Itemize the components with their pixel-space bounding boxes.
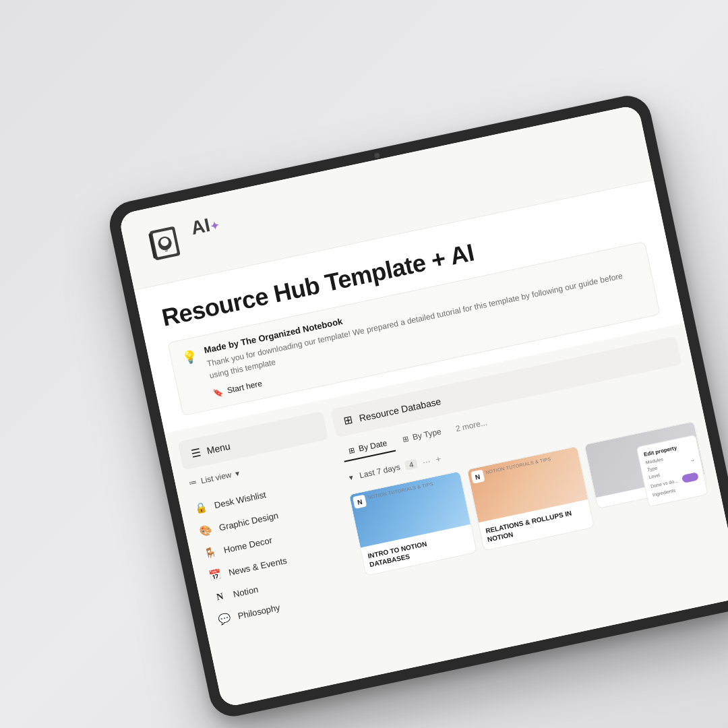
bookmark-icon: 🔖	[212, 387, 224, 398]
palette-icon: 🎨	[198, 523, 214, 538]
tab-label: By Type	[412, 427, 442, 442]
card-3-wrapper: Edit property Modules Type →	[584, 421, 712, 526]
sidebar-item-label: Graphic Design	[218, 510, 279, 533]
popup-label: Type	[646, 465, 657, 472]
chevron-down-icon: ▾	[235, 468, 241, 479]
tab-by-date[interactable]: ⊞ By Date	[340, 433, 396, 462]
right-content: ⊞ Resource Database ⊞ By Date ⊞	[330, 336, 728, 663]
list-view-icon: ≔	[188, 477, 198, 488]
sidebar-item-label: Philosophy	[237, 602, 280, 621]
resource-db-label: Resource Database	[358, 396, 442, 423]
tablet-outer: AI✦ Resource Hub Template + AI 💡 Made by…	[105, 92, 728, 721]
start-here-button[interactable]: 🔖 Start here	[212, 379, 263, 398]
popup-label: Done vs do...	[650, 478, 678, 488]
tab-label: By Date	[358, 438, 388, 454]
chevron-right-icon: ▼	[347, 473, 355, 482]
lock-icon: 🔒	[193, 501, 209, 516]
card-popup[interactable]: Edit property Modules Type →	[636, 435, 708, 508]
speech-icon: 💬	[217, 611, 233, 626]
calendar-icon: 📅	[208, 568, 223, 582]
card-relations-rollups[interactable]: N NOTION TUTORIALS & TIPS RELATIONS & RO…	[466, 446, 595, 551]
tab-by-type[interactable]: ⊞ By Type	[394, 421, 450, 451]
toggle-on-icon[interactable]	[681, 472, 699, 483]
card-category-label-2: NOTION TUTORIALS & TIPS	[485, 456, 551, 475]
chair-icon: 🪑	[203, 545, 218, 560]
popup-label: Modules	[645, 456, 663, 464]
popup-label: Level	[648, 473, 661, 479]
ai-stars-icon: ✦	[209, 220, 220, 233]
sidebar-item-label: Desk Wishlist	[213, 489, 266, 510]
sidebar-item-label: Home Decor	[223, 535, 273, 555]
notion-logo-2: N	[471, 469, 485, 483]
camera-notch	[374, 152, 380, 158]
scene: AI✦ Resource Hub Template + AI 💡 Made by…	[0, 0, 728, 728]
grid-icon: ⊞	[348, 446, 356, 456]
sidebar-item-label: Notion	[232, 584, 259, 599]
card-category-label: NOTION TUTORIALS & TIPS	[367, 481, 433, 499]
sidebar-item-label: News & Events	[228, 555, 288, 577]
popup-value: →	[690, 458, 695, 463]
grid-icon-2: ⊞	[402, 434, 410, 444]
app-content: AI✦ Resource Hub Template + AI 💡 Made by…	[118, 104, 728, 708]
tablet-wrapper: AI✦ Resource Hub Template + AI 💡 Made by…	[105, 92, 728, 721]
database-icon: ⊞	[342, 413, 354, 427]
notion-icon: N	[212, 590, 228, 604]
lightbulb-icon: 💡	[181, 348, 199, 366]
more-tabs-button[interactable]: 2 more...	[449, 413, 494, 439]
popup-label: Ingredients	[652, 488, 675, 497]
group-count: 4	[404, 458, 419, 470]
sidebar-items: 🔒 Desk Wishlist 🎨 Graphic Design 🪑 Home	[189, 467, 363, 632]
add-item-icon[interactable]: +	[434, 453, 442, 464]
more-options-icon[interactable]: ···	[421, 455, 431, 467]
tablet-screen: AI✦ Resource Hub Template + AI 💡 Made by…	[118, 104, 728, 708]
group-label: Last 7 days	[359, 462, 401, 480]
ai-logo-text: AI✦	[189, 212, 221, 239]
notion-logo: N	[353, 495, 367, 509]
menu-label: Menu	[206, 440, 231, 456]
menu-icon: ☰	[189, 446, 202, 460]
start-here-label: Start here	[226, 379, 263, 396]
list-view-label: List view	[200, 470, 233, 485]
card-intro-notion[interactable]: N NOTION TUTORIALS & TIPS INTRO TO NOTIO…	[348, 471, 477, 576]
